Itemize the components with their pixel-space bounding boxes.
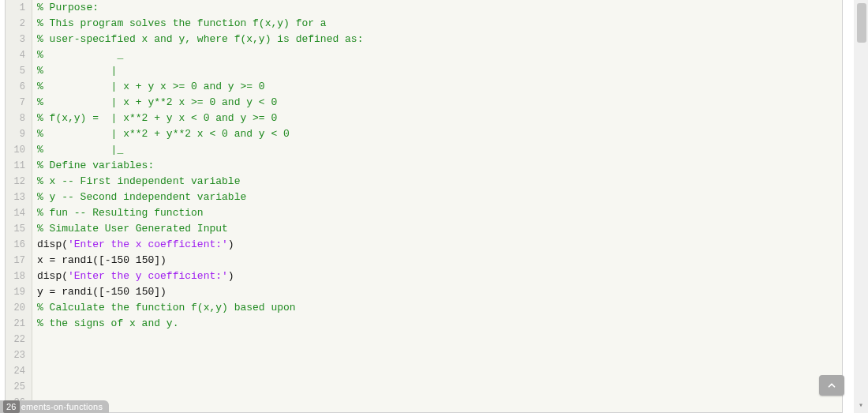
code-line[interactable]: 7% | x + y**2 x >= 0 and y < 0 <box>6 95 842 111</box>
line-number: 6 <box>6 79 32 95</box>
code-editor[interactable]: 1% Purpose:2% This program solves the fu… <box>5 0 843 413</box>
code-token: % _ <box>37 49 123 61</box>
code-line[interactable]: 18disp('Enter the y coefficient:') <box>6 268 842 284</box>
footer-pill[interactable]: 26ements-on-functions <box>0 400 109 413</box>
line-number: 12 <box>6 174 32 190</box>
line-content[interactable] <box>32 363 37 379</box>
line-content[interactable]: disp('Enter the y coefficient:') <box>32 268 234 284</box>
scrollbar-down-arrow-icon[interactable]: ▾ <box>855 400 866 411</box>
code-line[interactable]: 22 <box>6 332 842 347</box>
line-number: 16 <box>6 237 32 253</box>
code-line[interactable]: 9% | x**2 + y**2 x < 0 and y < 0 <box>6 126 842 142</box>
line-content[interactable]: % | x + y x >= 0 and y >= 0 <box>32 79 265 95</box>
code-line[interactable]: 24 <box>6 363 842 379</box>
code-token: x <box>37 254 50 266</box>
code-line[interactable]: 14% fun -- Resulting function <box>6 205 842 221</box>
line-content[interactable]: % x -- First independent variable <box>32 174 240 190</box>
line-content[interactable]: x = randi([-150 150]) <box>32 253 166 268</box>
line-content[interactable]: % | x + y**2 x >= 0 and y < 0 <box>32 95 277 111</box>
code-token: = <box>50 254 62 266</box>
code-line[interactable]: 3% user-specified x and y, where f(x,y) … <box>6 32 842 47</box>
code-line[interactable]: 26 <box>6 395 842 411</box>
code-token: disp( <box>37 270 68 282</box>
code-line[interactable]: 21% the signs of x and y. <box>6 316 842 332</box>
line-content[interactable] <box>32 347 37 363</box>
code-line[interactable]: 17x = randi([-150 150]) <box>6 253 842 268</box>
line-content[interactable]: % Calculate the function f(x,y) based up… <box>32 300 296 316</box>
line-content[interactable]: % fun -- Resulting function <box>32 205 204 221</box>
code-line[interactable]: 1% Purpose: <box>6 0 842 16</box>
line-number: 13 <box>6 190 32 205</box>
line-number: 3 <box>6 32 32 47</box>
code-line[interactable]: 25 <box>6 379 842 395</box>
code-token: % |_ <box>37 144 123 156</box>
line-content[interactable]: y = randi([-150 150]) <box>32 284 166 300</box>
line-content[interactable]: % f(x,y) = | x**2 + y x < 0 and y >= 0 <box>32 111 277 126</box>
code-token: % y -- Second independent variable <box>37 191 246 203</box>
code-token: % fun -- Resulting function <box>37 207 204 219</box>
line-content[interactable]: % Purpose: <box>32 0 99 16</box>
line-content[interactable]: % the signs of x and y. <box>32 316 178 332</box>
line-content[interactable]: disp('Enter the x coefficient:') <box>32 237 234 253</box>
line-number: 24 <box>6 363 32 379</box>
line-content[interactable] <box>32 379 37 395</box>
code-line[interactable]: 15% Simulate User Generated Input <box>6 221 842 237</box>
code-token: % x -- First independent variable <box>37 175 240 187</box>
code-token: % user-specified x and y, where f(x,y) i… <box>37 33 363 45</box>
scroll-to-top-button[interactable] <box>819 375 844 396</box>
line-content[interactable]: % | <box>32 63 117 79</box>
code-line[interactable]: 4% _ <box>6 47 842 63</box>
line-content[interactable]: % Simulate User Generated Input <box>32 221 228 237</box>
line-number: 20 <box>6 300 32 316</box>
code-token: ) <box>228 238 234 250</box>
code-area[interactable]: 1% Purpose:2% This program solves the fu… <box>6 0 842 412</box>
line-number: 4 <box>6 47 32 63</box>
line-number: 10 <box>6 142 32 158</box>
code-token: % | x**2 + y**2 x < 0 and y < 0 <box>37 128 290 140</box>
code-token: % Calculate the function f(x,y) based up… <box>37 302 296 314</box>
line-content[interactable]: % | x**2 + y**2 x < 0 and y < 0 <box>32 126 290 142</box>
code-line[interactable]: 11% Define variables: <box>6 158 842 174</box>
line-content[interactable] <box>32 332 37 347</box>
line-content[interactable]: % This program solves the function f(x,y… <box>32 16 327 32</box>
code-token: 'Enter the x coefficient:' <box>68 238 228 250</box>
code-token: ) <box>228 270 234 282</box>
code-token: randi([-150 150]) <box>62 254 166 266</box>
line-number: 9 <box>6 126 32 142</box>
code-token: % the signs of x and y. <box>37 317 178 329</box>
line-number: 25 <box>6 379 32 395</box>
code-line[interactable]: 2% This program solves the function f(x,… <box>6 16 842 32</box>
line-number: 18 <box>6 268 32 284</box>
code-line[interactable]: 19y = randi([-150 150]) <box>6 284 842 300</box>
line-number: 21 <box>6 316 32 332</box>
code-line[interactable]: 10% |_ <box>6 142 842 158</box>
code-token: % This program solves the function f(x,y… <box>37 17 327 29</box>
line-content[interactable]: % _ <box>32 47 123 63</box>
code-token: % Purpose: <box>37 2 99 13</box>
line-number: 17 <box>6 253 32 268</box>
code-line[interactable]: 5% | <box>6 63 842 79</box>
vertical-scrollbar-track[interactable]: ▾ <box>854 0 868 413</box>
line-number: 1 <box>6 0 32 16</box>
code-line[interactable]: 12% x -- First independent variable <box>6 174 842 190</box>
code-token: % Define variables: <box>37 160 154 171</box>
code-token: randi([-150 150]) <box>62 286 166 298</box>
code-line[interactable]: 8% f(x,y) = | x**2 + y x < 0 and y >= 0 <box>6 111 842 126</box>
line-content[interactable]: % |_ <box>32 142 123 158</box>
line-number: 15 <box>6 221 32 237</box>
code-token: = <box>50 286 62 298</box>
code-line[interactable]: 20% Calculate the function f(x,y) based … <box>6 300 842 316</box>
line-number: 7 <box>6 95 32 111</box>
line-content[interactable]: % user-specified x and y, where f(x,y) i… <box>32 32 363 47</box>
footer-pill-number: 26 <box>3 400 20 413</box>
code-line[interactable]: 13% y -- Second independent variable <box>6 190 842 205</box>
line-number: 23 <box>6 347 32 363</box>
line-content[interactable]: % Define variables: <box>32 158 154 174</box>
code-line[interactable]: 6% | x + y x >= 0 and y >= 0 <box>6 79 842 95</box>
line-content[interactable]: % y -- Second independent variable <box>32 190 246 205</box>
code-line[interactable]: 16disp('Enter the x coefficient:') <box>6 237 842 253</box>
vertical-scrollbar-thumb[interactable] <box>857 3 866 43</box>
line-number: 2 <box>6 16 32 32</box>
code-line[interactable]: 23 <box>6 347 842 363</box>
code-token: y <box>37 286 50 298</box>
